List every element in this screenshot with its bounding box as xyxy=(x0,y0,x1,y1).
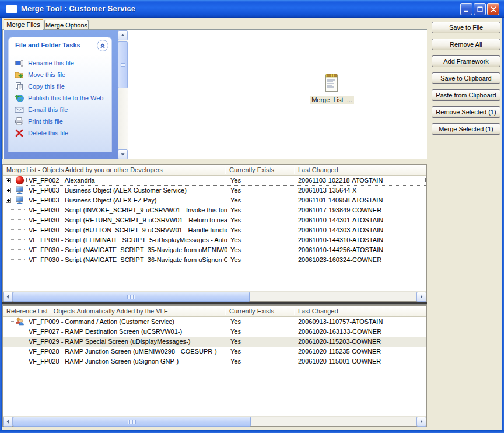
file-and-folder-tasks-panel: File and Folder Tasks Rename this fileMo… xyxy=(9,37,111,152)
currently-exists-value: Yes xyxy=(230,245,289,255)
task-item-rename-this-file[interactable]: Rename this file xyxy=(15,58,109,68)
task-item-label: Copy this file xyxy=(28,82,65,90)
scroll-left-button[interactable] xyxy=(3,417,13,427)
merge-list-row[interactable]: VF_FP030 - Script (RETURN_SCRIPT_9-uCSRV… xyxy=(3,215,426,225)
currently-exists-value: Yes xyxy=(230,337,289,347)
column-header-currently-exists[interactable]: Currently Exists xyxy=(229,308,274,315)
merge-list-row[interactable]: VF_FP030 - Script (NAVIGATE_SCRIPT_36-Na… xyxy=(3,255,426,265)
expand-plus-icon[interactable] xyxy=(6,198,11,203)
column-header-currently-exists[interactable]: Currently Exists xyxy=(229,166,274,173)
scroll-up-button[interactable] xyxy=(118,30,128,40)
merge-list-row[interactable]: VF_FP030 - Script (INVOKE_SCRIPT_9-uCSRV… xyxy=(3,205,426,215)
task-item-e-mail-this-file[interactable]: E-mail this file xyxy=(15,105,109,114)
file-label[interactable]: Merge_List_... xyxy=(310,96,354,104)
close-button[interactable] xyxy=(487,3,499,15)
column-header-objects[interactable]: Reference List - Objects Automatically A… xyxy=(6,308,167,315)
object-name: VF_FP030 - Script (RETURN_SCRIPT_9-uCSRV… xyxy=(29,215,227,225)
add-framework-button[interactable]: Add Framework xyxy=(432,55,501,67)
merge-list-row[interactable]: VF_FP030 - Script (NAVIGATE_SCRIPT_35-Na… xyxy=(3,245,426,255)
reference-list-row[interactable]: VF_FP027 - RAMP Destination Screen (uCSR… xyxy=(3,327,426,337)
merge-list-file[interactable]: Merge_List_... xyxy=(306,74,358,104)
thumb-grip xyxy=(128,420,136,424)
currently-exists-value: Yes xyxy=(230,327,289,337)
merge-list-hscrollbar xyxy=(3,291,426,301)
task-item-move-this-file[interactable]: Move this file xyxy=(15,70,109,79)
merge-selected-1-button[interactable]: Merge Selected (1) xyxy=(432,123,501,135)
remove-all-button[interactable]: Remove All xyxy=(432,39,501,50)
currently-exists-value: Yes xyxy=(230,215,289,225)
scroll-right-button[interactable] xyxy=(416,292,426,302)
tree-connector xyxy=(9,327,24,331)
maximize-button[interactable] xyxy=(474,3,486,15)
reference-list-row[interactable]: VF_FP028 - RAMP Junction Screen (uSignon… xyxy=(3,357,426,366)
tree-connector xyxy=(9,225,24,230)
scroll-left-button[interactable] xyxy=(3,292,13,302)
reference-list-row[interactable]: VF_FP009 - Command / Action (Customer Se… xyxy=(3,317,426,327)
reference-list: Reference List - Objects Automatically A… xyxy=(2,305,427,427)
task-item-publish-this-file-to-the-web[interactable]: Publish this file to the Web xyxy=(15,93,109,103)
expand-plus-icon[interactable] xyxy=(6,188,11,193)
save-to-clipboard-button[interactable]: Save to Clipboard xyxy=(432,72,501,84)
scrollbar-thumb[interactable] xyxy=(118,41,128,88)
tab-merge-options[interactable]: Merge Options xyxy=(44,20,89,30)
merge-list-row[interactable]: VF_FP030 - Script (ELIMINATE_SCRIPT_5-uD… xyxy=(3,235,426,245)
app-icon[interactable] xyxy=(6,5,18,13)
close-icon xyxy=(489,5,498,13)
last-changed-value: 20061010-144256-ATOSTAIN xyxy=(298,245,424,255)
object-name: VF_FP028 - RAMP Junction Screen (uMENIW0… xyxy=(29,347,227,357)
object-name: VF_FP003 - Business Object (ALEX Custome… xyxy=(29,186,227,195)
scroll-down-button[interactable] xyxy=(118,149,128,159)
scrollbar-thumb[interactable] xyxy=(13,417,251,427)
arrow-down-icon xyxy=(120,152,125,157)
window-border-right xyxy=(502,18,504,433)
last-changed-value: 20061010-144303-ATOSTAIN xyxy=(298,225,424,235)
scrollbar-thumb[interactable] xyxy=(13,292,250,302)
scroll-right-button[interactable] xyxy=(416,417,426,427)
users-icon xyxy=(15,317,24,326)
task-item-label: Rename this file xyxy=(28,58,74,67)
task-pane-background: File and Folder Tasks Rename this fileMo… xyxy=(4,30,118,159)
copy-icon xyxy=(15,82,24,91)
thumb-grip xyxy=(121,63,125,67)
column-header-last-changed[interactable]: Last Changed xyxy=(298,166,338,173)
column-header-objects[interactable]: Merge List - Objects Added by you or oth… xyxy=(6,166,163,173)
window-title: Merge Tool : Customer Service xyxy=(21,4,135,13)
task-item-delete-this-file[interactable]: Delete this file xyxy=(15,128,109,138)
expand-plus-icon[interactable] xyxy=(6,178,11,183)
window-border-bottom xyxy=(0,430,504,433)
column-separator xyxy=(294,166,295,174)
client-area: Merge Files Merge Options File and Folde… xyxy=(2,18,502,430)
list-splitter[interactable] xyxy=(2,302,427,305)
object-name: VF_FP028 - RAMP Junction Screen (uSignon… xyxy=(29,357,227,366)
merge-list-row[interactable]: VF_FP003 - Business Object (ALEX EZ Pay)… xyxy=(3,195,426,205)
merge-list-row[interactable]: VF_FP002 - AlexandriaYes20061103-102218-… xyxy=(3,176,426,186)
currently-exists-value: Yes xyxy=(230,235,289,245)
currently-exists-value: Yes xyxy=(230,195,289,205)
column-header-last-changed[interactable]: Last Changed xyxy=(298,308,338,315)
merge-list-row[interactable]: VF_FP003 - Business Object (ALEX Custome… xyxy=(3,186,426,195)
paste-from-clipboard-button[interactable]: Paste from Clipboard xyxy=(432,89,501,101)
tab-merge-files[interactable]: Merge Files xyxy=(4,19,43,30)
reference-list-row[interactable]: VF_FP028 - RAMP Junction Screen (uMENIW0… xyxy=(3,347,426,357)
last-changed-value: 20060913-110757-ATOSTAIN xyxy=(298,317,424,327)
object-name: VF_FP030 - Script (INVOKE_SCRIPT_9-uCSRV… xyxy=(29,205,227,215)
last-changed-value: 20061020-115203-COWNER xyxy=(298,337,424,347)
collapse-panel-button[interactable] xyxy=(97,40,108,51)
arrow-right-icon xyxy=(419,419,424,424)
task-item-copy-this-file[interactable]: Copy this file xyxy=(15,82,109,91)
publish-icon xyxy=(15,93,24,103)
reference-list-row[interactable]: VF_FP029 - RAMP Special Screen (uDisplay… xyxy=(3,337,426,347)
currently-exists-value: Yes xyxy=(230,255,289,265)
merge-list-row[interactable]: VF_FP030 - Script (BUTTON_SCRIPT_9-uCSRV… xyxy=(3,225,426,235)
reference-list-rows: VF_FP009 - Command / Action (Customer Se… xyxy=(3,317,426,366)
titlebar: Merge Tool : Customer Service xyxy=(0,0,504,18)
remove-selected-1-button[interactable]: Remove Selected (1) xyxy=(432,106,501,118)
object-name: VF_FP030 - Script (BUTTON_SCRIPT_9-uCSRV… xyxy=(29,225,227,235)
save-to-file-button[interactable]: Save to File xyxy=(432,22,501,33)
rename-icon xyxy=(15,58,24,68)
minimize-button[interactable] xyxy=(460,3,473,15)
file-canvas: Merge_List_... xyxy=(128,30,427,159)
task-items: Rename this fileMove this fileCopy this … xyxy=(9,54,111,152)
task-item-print-this-file[interactable]: Print this file xyxy=(15,117,109,126)
reference-list-header: Reference List - Objects Automatically A… xyxy=(3,306,426,317)
